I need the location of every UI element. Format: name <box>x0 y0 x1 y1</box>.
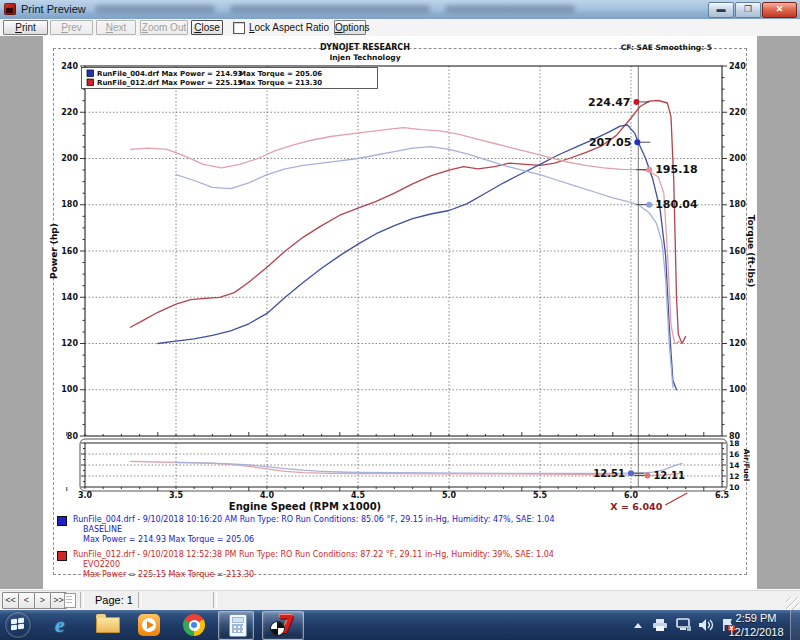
run-name-label: EVO2200 <box>83 560 752 570</box>
smoothing-label: CF: SAE Smoothing: 5 <box>621 43 712 52</box>
window-title: Print Preview <box>21 3 86 15</box>
redacted-title-text <box>95 5 215 13</box>
run-color-swatch-blue <box>57 516 67 526</box>
svg-text:Torque (ft-lbs): Torque (ft-lbs) <box>746 215 756 288</box>
file-explorer-icon[interactable] <box>96 613 120 637</box>
prev-page-button[interactable]: < <box>18 592 35 609</box>
redacted-title-text <box>230 5 430 13</box>
lock-aspect-ratio-checkbox[interactable] <box>233 22 245 34</box>
restore-button[interactable]: ❐ <box>735 2 761 18</box>
run-detail-line: RunFile_004.drf - 9/10/2018 10:16:20 AM … <box>73 515 752 525</box>
calculator-taskbar-button[interactable] <box>218 611 254 640</box>
run-info-entry-baseline: RunFile_004.drf - 9/10/2018 10:16:20 AM … <box>48 515 752 545</box>
close-window-button[interactable]: ✕ <box>762 2 797 18</box>
chrome-icon[interactable] <box>182 613 206 637</box>
winpep-app-icon <box>4 3 16 15</box>
clock-date: 12/12/2018 <box>720 625 792 639</box>
options-button[interactable]: Options <box>334 20 366 35</box>
tray-expand-icon[interactable] <box>634 623 642 628</box>
winpep7-icon: 7 <box>271 614 295 638</box>
print-page: DYNOJET RESEARCH Injen Technology CF: SA… <box>43 36 757 589</box>
zoom-out-button[interactable]: Zoom Out <box>140 20 188 35</box>
media-player-icon[interactable] <box>137 613 161 637</box>
next-page-button[interactable]: > <box>34 592 51 609</box>
statusbar-divider <box>80 592 84 608</box>
lock-aspect-ratio-label[interactable]: Lock Aspect Ratio <box>249 21 329 34</box>
next-button[interactable]: Next <box>96 20 136 35</box>
calculator-icon <box>229 614 247 637</box>
first-page-button[interactable]: << <box>2 592 19 609</box>
statusbar-divider <box>138 592 142 608</box>
report-page-icon[interactable] <box>64 593 76 608</box>
prev-button[interactable]: Prev <box>50 20 93 35</box>
windows-flag-icon <box>11 619 25 631</box>
start-button[interactable] <box>5 612 31 638</box>
statusbar-divider <box>213 592 217 608</box>
printer-tray-icon[interactable] <box>652 618 668 636</box>
clock-time: 2:59 PM <box>720 611 792 625</box>
run-info-block: RunFile_004.drf - 9/10/2018 10:16:20 AM … <box>48 515 752 585</box>
print-preview-toolbar: Print Prev Next Zoom Out Close Lock Aspe… <box>0 19 800 37</box>
volume-tray-icon[interactable] <box>698 618 714 636</box>
chart-subtitle: Injen Technology <box>43 53 687 62</box>
status-bar: << < > >> Page: 1 <box>0 589 800 611</box>
windows-taskbar: e 7 2:59 PM 12/12/2018 <box>0 610 800 640</box>
minimize-button[interactable]: ▬ <box>708 2 734 18</box>
page-number-label: Page: 1 <box>95 594 133 606</box>
print-button[interactable]: Print <box>3 20 48 35</box>
title-bar: Print Preview ▬ ❐ ✕ <box>0 0 800 20</box>
chart-brand-title: DYNOJET RESEARCH <box>43 43 687 52</box>
run-detail-line: RunFile_012.drf - 9/10/2018 12:52:38 PM … <box>73 550 752 560</box>
close-preview-button[interactable]: Close <box>191 20 223 35</box>
preview-area: DYNOJET RESEARCH Injen Technology CF: SA… <box>0 36 800 589</box>
redacted-title-text <box>445 5 575 13</box>
resize-grip[interactable] <box>786 597 799 610</box>
run-info-entry-evo2200: RunFile_012.drf - 9/10/2018 12:52:38 PM … <box>48 550 752 580</box>
show-desktop-button[interactable] <box>790 610 800 640</box>
winpep7-taskbar-button[interactable]: 7 <box>262 611 304 640</box>
run-max-values: Max Power = 214.93 Max Torque = 205.06 <box>83 535 752 545</box>
print-margin-guide <box>53 48 747 575</box>
network-tray-icon[interactable] <box>676 618 692 636</box>
run-max-values: Max Power = 225.15 Max Torque = 213.30 <box>83 570 752 580</box>
run-color-swatch-red <box>57 551 67 561</box>
run-name-label: BASELINE <box>83 525 752 535</box>
taskbar-clock[interactable]: 2:59 PM 12/12/2018 <box>720 611 792 639</box>
internet-explorer-icon[interactable]: e <box>55 613 79 637</box>
